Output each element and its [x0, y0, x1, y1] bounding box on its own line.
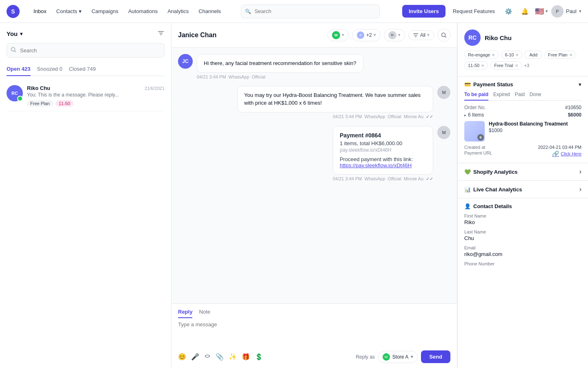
conversation-sidebar: You ▾ Open 423 Snoozed 0 Closed 749 RC	[0, 23, 172, 368]
created-at-row: Created at 2022-04-21 03:44 PM	[464, 145, 581, 150]
reply-toolbar: 😊 🎤 📎 ✨ 🎁 💲 Reply as W Store A ▾	[178, 350, 450, 363]
agent-avatar-2: M	[437, 126, 450, 139]
reply-icons: 😊 🎤 📎 ✨ 🎁 💲	[178, 353, 263, 361]
more-tags[interactable]: +3	[524, 63, 530, 68]
ptab-done[interactable]: Done	[530, 92, 541, 101]
assignee-pill[interactable]: M ▾	[384, 29, 405, 41]
agents-pill[interactable]: A +2 ▾	[352, 29, 381, 41]
chat-area: Janice Chan W ▾ A +2 ▾ M ▾	[172, 23, 457, 368]
svg-line-12	[445, 36, 446, 37]
nav-campaigns[interactable]: Campaigns	[87, 6, 122, 17]
nav-automations[interactable]: Automations	[124, 6, 162, 17]
request-features-button[interactable]: Request Features	[449, 6, 499, 17]
language-selector[interactable]: 🇺🇸 ▾	[535, 7, 548, 16]
reply-tab-note[interactable]: Note	[199, 309, 210, 318]
message-meta: 04/21 3:44 PM WhatsApp Official	[197, 74, 363, 79]
payment-meta: 04/21 3:44 PM WhatsApp Official Minnie A…	[333, 176, 433, 182]
chat-messages: JC Hi there, any facial treatment recomm…	[172, 47, 457, 303]
svg-text:M: M	[442, 130, 445, 135]
tag-11-50-rp: 11-50 ✕	[464, 61, 488, 70]
gift-icon[interactable]: 🎁	[242, 353, 250, 361]
invite-users-button[interactable]: Invite Users	[402, 5, 445, 18]
channel-pill-green[interactable]: W ▾	[327, 29, 349, 41]
reply-input[interactable]	[178, 321, 450, 346]
payment-tabs: To be paid Expired Paid Done	[464, 92, 581, 101]
ai-icon[interactable]	[204, 353, 211, 361]
nav-links: Inbox Contacts ▾ Campaigns Automations A…	[29, 6, 225, 17]
filter-icon	[413, 32, 419, 38]
nav-contacts[interactable]: Contacts ▾	[52, 6, 86, 17]
contact-details-header[interactable]: 👤 Contact Details	[464, 203, 581, 209]
order-items-row: ▸ 6 Items $6000	[464, 112, 581, 118]
notifications-icon-button[interactable]: 🔔	[519, 5, 532, 18]
contact-tags: Re-engage ✕ 6-10 ✕ Add Free Plan ✕ 11-50…	[464, 51, 581, 70]
tab-closed[interactable]: Closed 749	[69, 63, 96, 76]
add-tag-button[interactable]: Add	[525, 51, 542, 59]
ptab-expired[interactable]: Expired	[493, 92, 510, 101]
items-chevron-icon: ▸	[464, 113, 466, 117]
reply-store-selector[interactable]: W Store A ▾	[378, 351, 418, 363]
message-outgoing-payment: Payment #0864 1 items, total HK$6,000.00…	[178, 126, 450, 182]
tab-open[interactable]: Open 423	[7, 63, 31, 76]
nav-analytics[interactable]: Analytics	[163, 6, 193, 17]
payment-status-header[interactable]: 💳 Payment Status	[464, 81, 581, 88]
reply-tab-reply[interactable]: Reply	[178, 309, 192, 318]
message-bubble-out: You may try our Hydra-Boost Balancing Tr…	[237, 86, 433, 112]
tag-6-10: 6-10 ✕	[501, 51, 522, 59]
conversation-search-input[interactable]	[7, 43, 165, 58]
conversation-item[interactable]: RC Riko Chu 21/6/2021 You: This is the a…	[7, 81, 165, 111]
payment-link[interactable]: https://pay.sleekflow.io/xDt46H	[340, 162, 412, 168]
inbox-owner-selector[interactable]: You ▾	[7, 30, 22, 37]
reply-area: Reply Note 😊 🎤 📎 ✨ 🎁 💲 Reply as	[172, 303, 457, 368]
tag-free-plan: Free Plan	[27, 100, 53, 107]
payment-url-link[interactable]: 🔗 Click Here	[552, 150, 581, 157]
emoji-icon[interactable]: 😊	[178, 353, 186, 361]
ptab-to-be-paid[interactable]: To be paid	[464, 92, 488, 101]
product-item: 6 Hydra-Boost Balancing Treatment $1000	[464, 121, 581, 141]
settings-icon-button[interactable]: ⚙️	[502, 5, 515, 18]
global-search-input[interactable]	[241, 4, 380, 18]
shopify-chevron-icon	[579, 168, 581, 175]
sparkle-icon[interactable]: ✨	[229, 353, 237, 361]
audio-icon[interactable]: 🎤	[191, 353, 199, 361]
reply-right: Reply as W Store A ▾ Send	[356, 350, 450, 363]
user-menu[interactable]: P Paul ▾	[551, 5, 581, 18]
nav-inbox[interactable]: Inbox	[29, 6, 51, 17]
dollar-icon[interactable]: 💲	[255, 353, 263, 361]
main-layout: You ▾ Open 423 Snoozed 0 Closed 749 RC	[0, 23, 588, 368]
global-search-wrap: 🔍	[241, 4, 380, 18]
shopify-analytics-row[interactable]: 💚 Shopify Analytics	[458, 163, 588, 181]
chat-search-button[interactable]	[437, 29, 450, 42]
order-number-row: Order No. #10650	[464, 105, 581, 110]
store-icon: W	[383, 353, 390, 361]
contact-details-section: 👤 Contact Details First Name Riko Last N…	[458, 198, 588, 272]
nav-channels[interactable]: Channels	[194, 6, 225, 17]
conversation-avatar: RC	[7, 85, 23, 101]
tag-11-50: 11-50	[56, 100, 74, 107]
right-panel: RC Riko Chu Re-engage ✕ 6-10 ✕ Add Free …	[457, 23, 588, 368]
message-avatar: JC	[178, 54, 193, 69]
conversation-search-wrap	[7, 43, 165, 58]
contact-header: RC Riko Chu Re-engage ✕ 6-10 ✕ Add Free …	[458, 23, 588, 76]
live-chat-analytics-row[interactable]: 📊 Live Chat Analytics	[458, 181, 588, 198]
attachment-icon[interactable]: 📎	[216, 353, 224, 361]
tab-snoozed[interactable]: Snoozed 0	[37, 63, 62, 76]
email-value: riko@gmail.com	[464, 251, 581, 257]
payment-card: Payment #0864 1 items, total HK$6,000.00…	[333, 126, 433, 175]
last-name-label: Last Name	[464, 229, 581, 234]
message-bubble: Hi there, any facial treatment recommend…	[197, 54, 363, 73]
svg-point-7	[18, 97, 22, 100]
conversation-content: Riko Chu 21/6/2021 You: This is the a me…	[27, 85, 165, 107]
send-button[interactable]: Send	[421, 350, 450, 363]
ptab-paid[interactable]: Paid	[515, 92, 525, 101]
search-icon: 🔍	[245, 9, 251, 14]
product-qty-badge: 6	[477, 134, 484, 141]
sidebar-filter-icon[interactable]	[157, 29, 165, 38]
whatsapp-badge	[17, 96, 23, 101]
svg-text:P: P	[556, 9, 559, 14]
filter-pill[interactable]: All ▾	[408, 30, 434, 40]
reply-tabs: Reply Note	[178, 309, 450, 318]
message-outgoing-1: You may try our Hydra-Boost Balancing Tr…	[178, 86, 450, 119]
tag-free-plan-rp: Free Plan ✕	[544, 51, 576, 59]
product-image: 6	[464, 121, 485, 141]
